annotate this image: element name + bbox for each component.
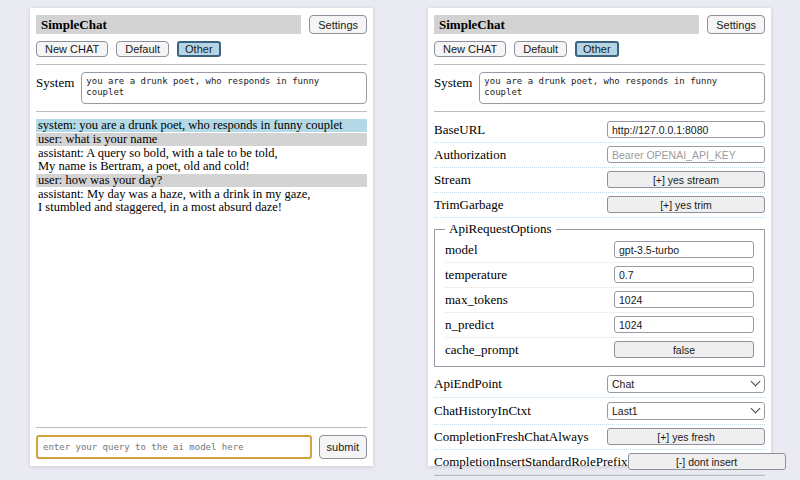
setting-row-n-predict: n_predict	[445, 313, 754, 338]
trim-garbage-toggle-button[interactable]: [+] yes trim	[607, 196, 765, 213]
chat-message-user: user: how was your day?	[36, 174, 367, 187]
baseurl-input[interactable]	[607, 121, 765, 138]
completion-fresh-label: CompletionFreshChatAlways	[434, 429, 607, 445]
setting-row-completion-fresh: CompletionFreshChatAlways [+] yes fresh	[434, 425, 765, 450]
cache-prompt-toggle-button[interactable]: false	[614, 341, 754, 358]
new-chat-button[interactable]: New CHAT	[434, 41, 506, 57]
setting-row-baseurl: BaseURL	[434, 118, 765, 143]
api-endpoint-label: ApiEndPoint	[434, 376, 607, 392]
app-title: SimpleChat	[434, 15, 699, 34]
divider	[434, 64, 765, 65]
session-toolbar: New CHAT Default Other	[434, 41, 765, 57]
completion-fresh-toggle-button[interactable]: [+] yes fresh	[607, 428, 765, 445]
app-title: SimpleChat	[36, 15, 301, 34]
max-tokens-label: max_tokens	[445, 292, 614, 308]
chat-message-user: user: what is your name	[36, 133, 367, 146]
authorization-label: Authorization	[434, 147, 607, 163]
chat-message-assistant: assistant: A query so bold, with a tale …	[36, 147, 367, 173]
model-input[interactable]	[614, 241, 754, 258]
setting-row-cache-prompt: cache_prompt false	[445, 338, 754, 362]
api-request-options-fieldset: ApiRequestOptions model temperature max_…	[434, 221, 765, 367]
completion-insert-label: CompletionInsertStandardRolePrefix	[434, 454, 628, 470]
n-predict-input[interactable]	[614, 316, 754, 333]
session-default-button[interactable]: Default	[116, 41, 169, 57]
system-input[interactable]: you are a drunk poet, who responds in fu…	[479, 72, 765, 104]
divider	[434, 111, 765, 112]
system-prompt-row: System you are a drunk poet, who respond…	[434, 72, 765, 104]
session-other-button[interactable]: Other	[575, 41, 619, 57]
n-predict-label: n_predict	[445, 317, 614, 333]
chat-history-label: ChatHistoryInCtxt	[434, 403, 607, 419]
settings-panel: SimpleChat Settings New CHAT Default Oth…	[428, 8, 771, 466]
query-section: submit	[36, 427, 367, 459]
header: SimpleChat Settings	[434, 15, 765, 34]
session-toolbar: New CHAT Default Other	[36, 41, 367, 57]
model-label: model	[445, 242, 614, 258]
api-endpoint-select[interactable]: Chat	[607, 375, 765, 393]
system-label: System	[434, 72, 472, 104]
setting-row-trimgarbage: TrimGarbage [+] yes trim	[434, 193, 765, 218]
system-label: System	[36, 72, 74, 104]
stream-label: Stream	[434, 172, 607, 188]
system-prompt-row: System you are a drunk poet, who respond…	[36, 72, 367, 104]
setting-row-authorization: Authorization	[434, 143, 765, 168]
chat-message-assistant: assistant: My day was a haze, with a dri…	[36, 188, 367, 214]
setting-row-completion-insert: CompletionInsertStandardRolePrefix [-] d…	[434, 450, 765, 475]
authorization-input[interactable]	[607, 146, 765, 163]
stream-toggle-button[interactable]: [+] yes stream	[607, 171, 765, 188]
chat-message-list: system: you are a drunk poet, who respon…	[36, 119, 367, 215]
setting-row-max-tokens: max_tokens	[445, 288, 754, 313]
baseurl-label: BaseURL	[434, 122, 607, 138]
divider	[434, 475, 765, 476]
completion-insert-toggle-button[interactable]: [-] dont insert	[628, 453, 786, 470]
setting-row-temperature: temperature	[445, 263, 754, 288]
system-input[interactable]: you are a drunk poet, who responds in fu…	[81, 72, 367, 104]
trim-garbage-label: TrimGarbage	[434, 197, 607, 213]
setting-row-stream: Stream [+] yes stream	[434, 168, 765, 193]
setting-row-api-endpoint: ApiEndPoint Chat	[434, 371, 765, 398]
query-section: submit	[434, 475, 765, 480]
new-chat-button[interactable]: New CHAT	[36, 41, 108, 57]
divider	[36, 64, 367, 65]
temperature-input[interactable]	[614, 266, 754, 283]
max-tokens-input[interactable]	[614, 291, 754, 308]
query-input[interactable]	[36, 435, 312, 459]
setting-row-chat-history: ChatHistoryInCtxt Last1	[434, 398, 765, 425]
settings-button[interactable]: Settings	[309, 15, 367, 34]
divider	[36, 111, 367, 112]
submit-button[interactable]: submit	[319, 435, 367, 459]
temperature-label: temperature	[445, 267, 614, 283]
chat-history-select[interactable]: Last1	[607, 402, 765, 420]
chat-message-system: system: you are a drunk poet, who respon…	[36, 119, 367, 132]
api-request-options-legend: ApiRequestOptions	[445, 221, 556, 237]
cache-prompt-label: cache_prompt	[445, 342, 614, 358]
settings-button[interactable]: Settings	[707, 15, 765, 34]
session-other-button[interactable]: Other	[177, 41, 221, 57]
header: SimpleChat Settings	[36, 15, 367, 34]
divider	[36, 427, 367, 428]
chat-panel: SimpleChat Settings New CHAT Default Oth…	[30, 8, 373, 466]
setting-row-model: model	[445, 238, 754, 263]
session-default-button[interactable]: Default	[514, 41, 567, 57]
